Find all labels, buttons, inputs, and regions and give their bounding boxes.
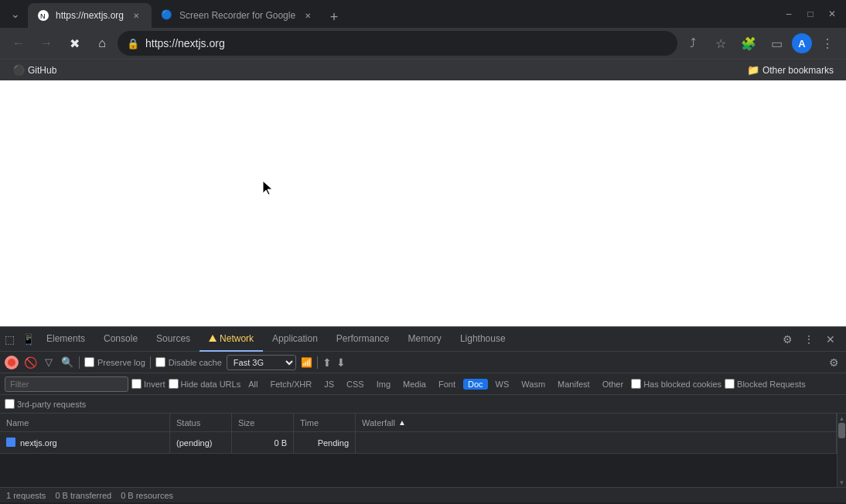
minimize-button[interactable]: – [781,6,797,22]
profile-avatar[interactable]: A [792,33,812,53]
scrollbar-track[interactable] [837,423,846,478]
search-button[interactable]: 🔍 [60,356,74,369]
th-status[interactable]: Status [170,414,232,431]
filter-fetch-xhr[interactable]: Fetch/XHR [265,379,316,390]
new-tab-button[interactable]: + [323,6,345,28]
tab-network[interactable]: Network [200,327,263,352]
hide-data-urls-checkbox[interactable] [169,379,179,389]
has-blocked-cookies-label: Has blocked cookies [643,380,721,389]
filter-css[interactable]: CSS [342,379,369,390]
disable-cache-toggle[interactable]: Disable cache [155,357,222,367]
filter-ws[interactable]: WS [491,379,514,390]
scrollbar-thumb[interactable] [838,423,845,438]
tab-performance[interactable]: Performance [327,327,399,352]
td-status: (pending) [170,432,232,453]
td-time: Pending [294,432,356,453]
third-party-filter-row: 3rd-party requests [0,395,846,414]
toolbar-divider-3 [317,356,318,369]
filter-wasm[interactable]: Wasm [517,379,550,390]
scroll-up-arrow[interactable]: ▲ [837,414,846,423]
chrome-menu-button[interactable]: ⋮ [815,31,840,56]
address-bar[interactable]: 🔒 https://nextjs.org [118,31,677,56]
preserve-log-checkbox[interactable] [84,357,94,367]
network-settings-button[interactable]: ⚙ [826,355,841,370]
third-party-checkbox[interactable] [5,399,15,409]
tab-sources[interactable]: Sources [147,327,200,352]
navigation-bar: ← → ✖ ⌂ 🔒 https://nextjs.org ⤴ ☆ 🧩 ▭ A ⋮ [0,28,846,59]
tab-nextjs[interactable]: N https://nextjs.org ✕ [28,3,152,28]
tab-application[interactable]: Application [263,327,327,352]
blocked-requests-checkbox[interactable] [725,379,735,389]
filter-doc[interactable]: Doc [463,379,488,390]
th-waterfall[interactable]: Waterfall ▲ [356,414,837,431]
status-resources: 0 B resources [121,491,173,500]
th-name[interactable]: Name [0,414,170,431]
status-requests: 1 requests [6,491,46,500]
scroll-down-arrow[interactable]: ▼ [837,478,846,487]
bookmarks-right: 📁 Other bookmarks [741,63,840,77]
vertical-scrollbar[interactable]: ▲ ▼ [837,414,846,487]
has-blocked-cookies-checkbox[interactable] [631,379,641,389]
maximize-button[interactable]: □ [803,6,818,22]
export-har-button[interactable]: ⬇ [336,356,346,369]
table-row[interactable]: nextjs.org (pending) 0 B Pending [0,432,837,454]
filter-other[interactable]: Other [598,379,629,390]
filter-button[interactable]: ▽ [42,356,56,369]
devtools-select-cursor[interactable]: ⬚ [0,330,19,349]
tab-console[interactable]: Console [94,327,147,352]
throttle-select[interactable]: Fast 3G No throttling Slow 3G [227,355,296,370]
bookmark-button[interactable]: ☆ [708,31,733,56]
tab-lighthouse[interactable]: Lighthouse [451,327,515,352]
preserve-log-toggle[interactable]: Preserve log [84,357,145,367]
td-name: nextjs.org [0,432,170,453]
reload-button[interactable]: ✖ [62,31,87,56]
filter-font[interactable]: Font [434,379,460,390]
devtools-settings-button[interactable]: ⚙ [778,330,797,349]
blocked-requests-toggle[interactable]: Blocked Requests [725,379,806,389]
hide-data-urls-toggle[interactable]: Hide data URLs [169,379,241,389]
devtools-device-toggle[interactable]: 📱 [19,330,37,349]
share-button[interactable]: ⤴ [681,31,705,56]
back-button[interactable]: ← [6,31,31,56]
td-status-value: (pending) [176,438,212,448]
bookmark-github[interactable]: ⚫ GitHub [6,63,63,78]
th-time[interactable]: Time [294,414,356,431]
invert-checkbox[interactable] [131,379,142,389]
tab-memory[interactable]: Memory [399,327,451,352]
td-size: 0 B [232,432,294,453]
devtools-more-button[interactable]: ⋮ [800,330,818,349]
filter-input-wrap[interactable] [5,376,128,392]
sidebar-toggle[interactable]: ▭ [764,31,789,56]
th-size[interactable]: Size [232,414,294,431]
filter-manifest[interactable]: Manifest [553,379,595,390]
filter-input[interactable] [10,380,103,389]
filter-all[interactable]: All [244,379,262,390]
invert-toggle[interactable]: Invert [131,379,165,389]
tab-close-nextjs[interactable]: ✕ [130,9,142,22]
favicon-square [6,438,15,447]
tab-management-chevron[interactable]: ⌄ [6,5,25,23]
folder-icon: 📁 [747,64,759,76]
tab-elements[interactable]: Elements [37,327,94,352]
close-button[interactable]: ✕ [824,6,840,22]
third-party-toggle[interactable]: 3rd-party requests [5,399,86,409]
filter-img[interactable]: Img [372,379,395,390]
tab-close-recorder[interactable]: ✕ [302,9,314,22]
clear-log-button[interactable]: 🚫 [23,356,37,369]
table-header-row: Name Status Size Time Waterfall ▲ [0,414,837,432]
home-button[interactable]: ⌂ [90,31,114,56]
toolbar-divider-1 [79,356,80,369]
has-blocked-cookies-toggle[interactable]: Has blocked cookies [631,379,721,389]
tab-title-recorder: Screen Recorder for Google [179,10,295,21]
forward-button[interactable]: → [34,31,59,56]
tab-screen-recorder[interactable]: 🔵 Screen Recorder for Google ✕ [152,3,323,28]
record-button[interactable] [5,356,19,369]
other-bookmarks-button[interactable]: 📁 Other bookmarks [741,63,840,77]
filter-js[interactable]: JS [319,379,339,390]
import-har-button[interactable]: ⬆ [322,356,332,369]
devtools-close-button[interactable]: ✕ [821,330,840,349]
disable-cache-checkbox[interactable] [155,357,165,367]
filter-media[interactable]: Media [398,379,431,390]
tab-favicon-nextjs: N [37,9,49,22]
extensions-button[interactable]: 🧩 [736,31,761,56]
